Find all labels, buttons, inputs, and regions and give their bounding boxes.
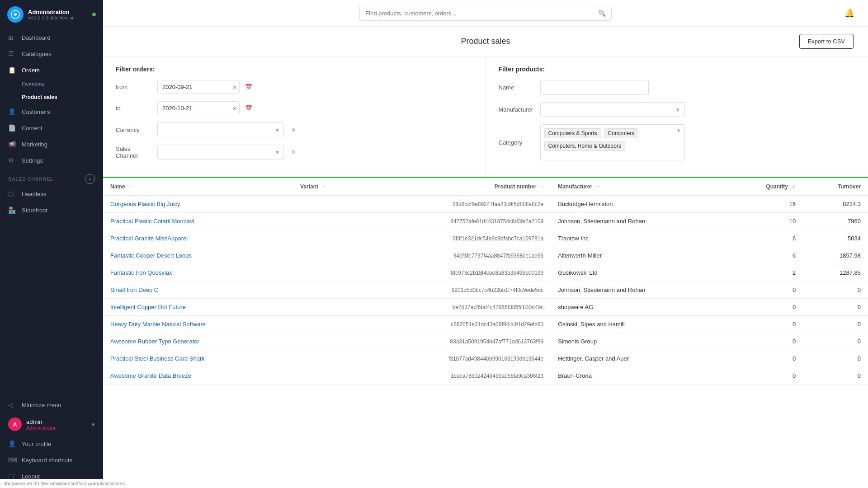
from-date-input[interactable]: [158, 80, 230, 94]
sidebar-sub-overview[interactable]: Overview: [0, 78, 103, 91]
category-tag-computers[interactable]: Computers: [604, 128, 639, 138]
sales-channel-select-wrap: ▼: [157, 145, 284, 160]
name-col-handle[interactable]: ···: [128, 184, 132, 189]
cell-product-number-6: be7d37acf6bd4c47965f3855fb30d49c: [362, 299, 551, 316]
keyboard-shortcuts-button[interactable]: ⌨ Keyboard shortcuts: [0, 452, 103, 468]
cell-manufacturer-1: Johnson, Stiedemann and Rohan: [551, 213, 726, 230]
user-profile-section[interactable]: A admin Administrator ▾: [0, 413, 103, 436]
sidebar-item-orders[interactable]: 📋 Orders: [0, 62, 103, 78]
table-row[interactable]: Fantastic Copper Desert Loops 946f3fe773…: [103, 247, 868, 264]
cell-turnover-8: 0: [803, 333, 868, 350]
cell-quantity-2: 6: [726, 230, 803, 247]
avatar: A: [8, 418, 22, 431]
sidebar-item-customers[interactable]: 👤 Customers: [0, 103, 103, 120]
storefront-icon: 🏪: [8, 206, 17, 214]
search-input[interactable]: [365, 6, 598, 20]
category-tags-container[interactable]: Computers & Sports Computers Computers, …: [540, 124, 685, 160]
notification-bell-button[interactable]: 🔔: [842, 5, 857, 21]
add-sales-channel-button[interactable]: +: [85, 174, 95, 184]
col-header-quantity: Quantity ▼: [726, 178, 803, 196]
table-row[interactable]: Fantastic Iron Quesylax 8fc973c2b18f4cbe…: [103, 264, 868, 282]
cell-manufacturer-6: shopware AG: [551, 299, 726, 316]
manufacturer-col-handle[interactable]: ···: [596, 184, 599, 189]
filter-orders-section: Filter orders: from ✕ 📅 to ✕ 📅 Currency: [103, 56, 486, 177]
sidebar-sub-product-sales[interactable]: Product sales: [0, 91, 103, 103]
currency-clear-icon[interactable]: ✕: [289, 125, 298, 135]
cell-turnover-3: 1857.98: [803, 247, 868, 264]
sidebar-item-settings[interactable]: ⚙ Settings: [0, 152, 103, 169]
to-date-input[interactable]: [158, 102, 230, 115]
cell-manufacturer-5: Johnson, Stiedemann and Rohan: [551, 282, 726, 299]
filter-name-row: Name: [499, 80, 856, 95]
cell-turnover-6: 0: [803, 299, 868, 316]
cell-turnover-10: 0: [803, 367, 868, 385]
minimize-icon: ◁: [8, 401, 17, 408]
currency-select[interactable]: [158, 123, 283, 137]
name-filter-input[interactable]: [540, 80, 649, 95]
topbar: 🔍 🔔: [103, 0, 868, 27]
cell-product-number-2: 0f3f1e321dc54a9c8bfabc7ca109781a: [362, 230, 551, 247]
currency-select-wrap: ▼: [157, 122, 284, 137]
cell-manufacturer-0: Buckridge-Hermiston: [551, 196, 726, 213]
cell-name-5: Small Iron Deep C: [103, 282, 293, 299]
product-number-col-handle[interactable]: ···: [540, 184, 543, 189]
content-icon: 📄: [8, 124, 17, 131]
category-tag-computers-home[interactable]: Computers, Home & Outdoors: [544, 141, 625, 151]
sidebar-bottom: ◁ Minimize menu A admin Administrator ▾ …: [0, 393, 103, 488]
col-header-name: Name ···: [103, 178, 293, 196]
table-row[interactable]: Small Iron Deep C 9201d5d0bc7c4b22bb1f74…: [103, 282, 868, 299]
cell-variant-3: [293, 247, 362, 264]
quantity-sort-icon[interactable]: ▼: [791, 184, 796, 189]
table-row[interactable]: Awesome Granite Data Breeze 1caca78b0242…: [103, 367, 868, 385]
cell-turnover-1: 7960: [803, 213, 868, 230]
cell-name-3: Fantastic Copper Desert Loops: [103, 247, 293, 264]
profile-icon: 👤: [8, 440, 17, 447]
cell-quantity-8: 0: [726, 333, 803, 350]
table-row[interactable]: Intelligent Copper Dot Future be7d37acf6…: [103, 299, 868, 316]
catalogues-icon: ☰: [8, 50, 17, 57]
category-dropdown-icon[interactable]: ▼: [676, 128, 681, 133]
to-calendar-icon[interactable]: 📅: [245, 105, 252, 112]
minimize-menu-button[interactable]: ◁ Minimize menu: [0, 397, 103, 413]
sales-channel-select[interactable]: [158, 145, 283, 159]
table-row[interactable]: Heavy Duty Marble Natural Software c6820…: [103, 316, 868, 333]
category-tag-computers-sports[interactable]: Computers & Sports: [544, 128, 601, 138]
sales-channel-label: Sales Channel: [116, 145, 152, 159]
filter-orders-heading: Filter orders:: [116, 66, 473, 73]
customers-icon: 👤: [8, 108, 17, 115]
table-row[interactable]: Gorgeous Plastic Big Juicy 26d8bcf9a8924…: [103, 196, 868, 213]
table-row[interactable]: Practical Steel Business Card Shark f31b…: [103, 350, 868, 367]
from-clear-icon[interactable]: ✕: [230, 82, 239, 93]
keyboard-icon: ⌨: [8, 456, 17, 464]
name-filter-label: Name: [499, 84, 535, 91]
page-title: Product sales: [461, 37, 510, 46]
table-row[interactable]: Awesome Rubber Typo Generator 83a31a5091…: [103, 333, 868, 350]
table-row[interactable]: Practical Granite MissApparel 0f3f1e321d…: [103, 230, 868, 247]
sidebar-item-dashboard[interactable]: ⊞ Dashboard: [0, 29, 103, 46]
cell-manufacturer-10: Braun-Crona: [551, 367, 726, 385]
cell-name-7: Heavy Duty Marble Natural Software: [103, 316, 293, 333]
sidebar-item-marketing[interactable]: 📢 Marketing: [0, 136, 103, 152]
your-profile-button[interactable]: 👤 Your profile: [0, 436, 103, 452]
manufacturer-select[interactable]: [540, 102, 685, 117]
sidebar-item-content[interactable]: 📄 Content: [0, 120, 103, 136]
table-row[interactable]: Practical Plastic Cotatti Mondavi 842752…: [103, 213, 868, 230]
to-label: to: [116, 105, 152, 112]
headless-label: Headless: [22, 191, 46, 197]
sidebar-item-label-catalogues: Catalogues: [22, 51, 52, 57]
from-calendar-icon[interactable]: 📅: [245, 84, 252, 90]
sidebar-item-storefront[interactable]: 🏪 Storefront: [0, 202, 103, 218]
cell-variant-10: [293, 367, 362, 385]
sidebar-item-label-dashboard: Dashboard: [22, 34, 51, 41]
cell-variant-4: [293, 264, 362, 282]
sidebar-item-headless[interactable]: ⬡ Headless: [0, 186, 103, 202]
storefront-label: Storefront: [22, 207, 47, 214]
cell-quantity-4: 2: [726, 264, 803, 282]
export-csv-button[interactable]: Export to CSV: [799, 34, 854, 49]
sidebar-item-catalogues[interactable]: ☰ Catalogues: [0, 46, 103, 62]
variant-col-handle[interactable]: ···: [321, 184, 325, 189]
to-clear-icon[interactable]: ✕: [230, 103, 239, 114]
main-nav: ⊞ Dashboard ☰ Catalogues 📋 Orders Overvi…: [0, 29, 103, 169]
sales-channel-clear-icon[interactable]: ✕: [289, 147, 298, 157]
cell-variant-7: [293, 316, 362, 333]
